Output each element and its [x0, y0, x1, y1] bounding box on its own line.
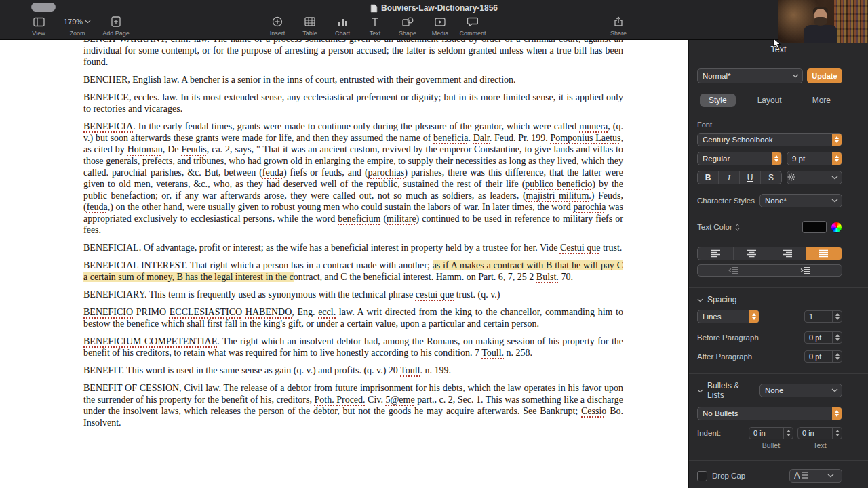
align-center-button[interactable]	[734, 247, 770, 260]
person-beard	[814, 17, 827, 26]
disclosure-chevron-icon[interactable]	[697, 295, 703, 304]
disclosure-chevron-icon[interactable]	[697, 386, 703, 395]
font-weight-dropdown[interactable]: Regular	[697, 152, 782, 165]
before-paragraph-stepper[interactable]: 0 pt	[804, 331, 842, 344]
toolbar-button-text[interactable]: Text	[361, 16, 389, 37]
toolbar-button-shape[interactable]: Shape	[393, 16, 422, 37]
character-styles-dropdown[interactable]: None*	[760, 194, 842, 207]
align-justify-button[interactable]	[806, 247, 842, 260]
dictionary-entry[interactable]: BENEFIT OF CESSION, Civil law. The relea…	[83, 382, 623, 428]
webcam-overlay	[778, 0, 868, 43]
bold-button[interactable]: B	[698, 171, 719, 184]
increase-indent-button[interactable]	[770, 265, 842, 276]
drop-cap-checkbox[interactable]	[697, 471, 707, 481]
tab-more[interactable]: More	[804, 94, 840, 107]
toolbar-button-comment[interactable]: Comment	[458, 16, 487, 37]
after-paragraph-stepper[interactable]: 0 pt	[804, 350, 842, 363]
bullet-indent-stepper[interactable]: 0 in	[749, 427, 793, 439]
toolbar-button-view[interactable]: View	[24, 16, 53, 37]
chevron-down-icon	[824, 474, 837, 478]
align-left-button[interactable]	[698, 247, 734, 260]
toolbar-button-label: Shape	[399, 30, 416, 37]
toolbar-button-share[interactable]: Share	[604, 16, 633, 37]
text-color-label: Text Color	[697, 223, 732, 231]
before-paragraph-label: Before Paragraph	[697, 333, 759, 342]
paragraph-style-dropdown[interactable]: Normal*	[697, 68, 803, 83]
misspelled-word: feuda	[262, 167, 283, 178]
misspelled-word: BENEFICIO	[83, 307, 133, 317]
font-size-value: 9 pt	[792, 155, 805, 163]
italic-button[interactable]: I	[719, 171, 740, 184]
toolbar-group-left: View179%ZoomAdd Page	[24, 16, 130, 37]
misspelled-word: feuda	[87, 202, 108, 212]
dictionary-entry[interactable]: BENEFICIA. In the early feudal times, gr…	[83, 121, 623, 236]
divider	[689, 373, 868, 374]
bullets-lists-value: None	[765, 386, 784, 394]
line-spacing-stepper[interactable]: 1	[804, 310, 842, 323]
text-run: ontract, and C the beneficial interest. …	[294, 272, 536, 282]
dictionary-entry[interactable]: BENEFICIAL INTEREST. That right which a …	[83, 260, 623, 283]
toolbar-button-label: Table	[302, 30, 317, 37]
update-button[interactable]: Update	[807, 68, 842, 83]
stepper-arrows-icon[interactable]	[832, 428, 842, 439]
misspelled-word: Hotoman	[127, 144, 163, 155]
misspelled-word: Cestui que	[560, 243, 601, 253]
document-title: Bouviers-Law-Dictionary-1856	[381, 3, 498, 13]
bullet-style-dropdown[interactable]: No Bullets	[697, 407, 842, 420]
alignment-buttons	[697, 247, 842, 260]
font-size-dropdown[interactable]: 9 pt	[787, 152, 842, 165]
chevron-down-icon	[828, 388, 842, 392]
spacing-section-label: Spacing	[707, 295, 736, 304]
stepper-arrows-icon[interactable]	[832, 332, 842, 343]
tab-layout[interactable]: Layout	[749, 94, 791, 107]
decrease-indent-button[interactable]	[698, 265, 770, 276]
dictionary-entry[interactable]: BENCH WARRANT, crim. law. The name of a …	[83, 39, 623, 68]
after-paragraph-value: 0 pt	[805, 351, 832, 362]
color-wheel[interactable]	[831, 222, 842, 233]
align-right-button[interactable]	[770, 247, 806, 260]
bullet-indent-value: 0 in	[749, 428, 783, 439]
bullet-caption: Bullet	[749, 441, 793, 449]
stepper-arrows-icon[interactable]	[783, 428, 793, 439]
dictionary-entry[interactable]: BENEFICIUM COMPETENTIAE. The right which…	[83, 336, 623, 359]
toolbar-button-media[interactable]: Media	[426, 16, 454, 37]
text-run: trust.	[600, 243, 622, 253]
dictionary-entry[interactable]: BENCHER, English law. A bencher is a sen…	[83, 74, 623, 85]
spacing-type-dropdown[interactable]: Lines	[697, 310, 760, 323]
font-style-buttons: B I U S	[697, 171, 782, 184]
bullets-lists-dropdown[interactable]: None	[760, 384, 842, 397]
toolbar-button-table[interactable]: Table	[296, 16, 324, 37]
toolbar-button-add-page[interactable]: Add Page	[102, 16, 130, 37]
bullet-style-value: No Bullets	[703, 409, 738, 418]
toolbar-button-zoom[interactable]: 179%Zoom	[63, 16, 92, 37]
zoom-control: 179%	[64, 16, 91, 28]
dictionary-entry[interactable]: BENEFICIARY. This term is frequently use…	[83, 289, 623, 300]
misspelled-word: beneficium	[338, 214, 380, 224]
tab-style[interactable]: Style	[700, 94, 736, 107]
toolbar-button-chart[interactable]: Chart	[328, 16, 357, 37]
text-run: n. 258.	[504, 348, 532, 358]
font-family-dropdown[interactable]: Century Schoolbook	[697, 133, 842, 146]
document-page[interactable]: BENCH WARRANT, crim. law. The name of a …	[0, 39, 688, 488]
text-color-swatch[interactable]	[802, 221, 827, 233]
toolbar-button-insert[interactable]: Insert	[263, 16, 292, 37]
drop-cap-style-dropdown[interactable]: A	[789, 469, 842, 483]
font-section-label: Font	[697, 121, 842, 129]
strikethrough-button[interactable]: S	[761, 171, 781, 184]
dictionary-entry[interactable]: BENEFICIO PRIMO ECCLESIASTICO HABENDO, E…	[83, 306, 623, 329]
advanced-font-options-dropdown[interactable]	[787, 171, 842, 184]
stepper-arrows-icon[interactable]	[832, 311, 842, 322]
text-run: .	[468, 133, 473, 143]
dictionary-entry[interactable]: BENEFIT. This word is used in the same s…	[83, 365, 623, 376]
dictionary-entry[interactable]: BENEFICIAL. Of advantage, profit or inte…	[83, 242, 623, 253]
text-indent-stepper[interactable]: 0 in	[797, 427, 842, 439]
table-icon	[304, 16, 315, 28]
text-run: , De	[163, 144, 182, 155]
dictionary-entry[interactable]: BENEFICE, eccles. law. In its most exten…	[83, 92, 623, 115]
stepper-arrows-icon[interactable]	[832, 351, 842, 362]
format-sidebar: Text Normal* Update Style Layout More Fo…	[688, 39, 868, 488]
underline-button[interactable]: U	[740, 171, 761, 184]
before-paragraph-value: 0 pt	[805, 332, 832, 343]
indent-buttons	[697, 264, 842, 277]
divider	[689, 287, 868, 288]
